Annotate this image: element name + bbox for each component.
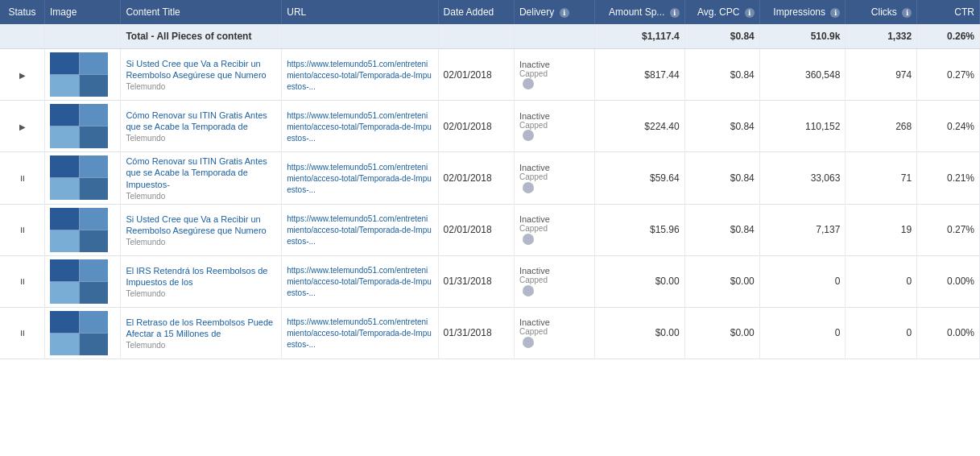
total-status <box>0 24 45 49</box>
total-avg-cpc: $0.84 <box>684 24 759 49</box>
col-ctr[interactable]: CTR <box>917 0 980 24</box>
row-impressions: 110,152 <box>759 101 846 152</box>
row-url[interactable]: https://www.telemundo51.com/entretenimie… <box>282 307 438 359</box>
row-status[interactable]: ▶ <box>0 101 45 152</box>
content-source: Telemundo <box>126 238 276 247</box>
total-clicks: 1,332 <box>846 24 917 49</box>
row-date-added: 02/01/2018 <box>438 101 514 152</box>
pause-icon[interactable]: ⏸ <box>19 226 27 234</box>
col-date-added[interactable]: Date Added <box>438 0 514 24</box>
pause-icon[interactable]: ⏸ <box>19 277 27 286</box>
col-url[interactable]: URL <box>282 0 438 24</box>
content-title-text: Si Usted Cree que Va a Recibir un Reembo… <box>126 213 276 237</box>
table-row: ⏸El Retraso de los Reembolsos Puede Afec… <box>0 307 980 359</box>
row-content-title: El IRS Retendrá los Reembolsos de Impues… <box>121 255 282 307</box>
row-date-added: 01/31/2018 <box>438 307 514 359</box>
row-image <box>45 49 121 101</box>
col-clicks[interactable]: Clicks ℹ <box>846 0 917 24</box>
row-status[interactable]: ▶ <box>0 49 45 101</box>
amount-info-icon[interactable]: ℹ <box>670 8 680 18</box>
row-content-title: Cómo Renovar su ITIN Gratis Antes que se… <box>121 152 282 205</box>
pause-icon[interactable]: ⏸ <box>19 174 27 183</box>
url-link-text[interactable]: https://www.telemundo51.com/entretenimie… <box>287 60 432 91</box>
row-date-added: 02/01/2018 <box>438 152 514 205</box>
col-avg-cpc[interactable]: Avg. CPC ℹ <box>684 0 759 24</box>
col-amount-spent[interactable]: Amount Sp... ℹ <box>594 0 684 24</box>
play-icon[interactable]: ▶ <box>19 122 26 131</box>
url-link-text[interactable]: https://www.telemundo51.com/entretenimie… <box>287 163 432 194</box>
content-source: Telemundo <box>126 134 276 143</box>
cpc-info-icon[interactable]: ℹ <box>745 8 755 18</box>
row-ctr: 0.27% <box>917 49 980 101</box>
url-link-text[interactable]: https://www.telemundo51.com/entretenimie… <box>287 317 432 349</box>
row-amount-spent: $224.40 <box>594 101 684 152</box>
row-clicks: 19 <box>846 204 917 255</box>
delivery-dot-icon[interactable] <box>523 182 534 193</box>
thumbnail <box>50 208 108 252</box>
content-title-text: El IRS Retendrá los Reembolsos de Impues… <box>126 265 276 288</box>
row-impressions: 33,063 <box>759 152 846 205</box>
url-link-text[interactable]: https://www.telemundo51.com/entretenimie… <box>287 111 432 143</box>
row-status[interactable]: ⏸ <box>0 204 45 255</box>
play-icon[interactable]: ▶ <box>19 71 26 80</box>
impressions-info-icon[interactable]: ℹ <box>830 8 840 18</box>
delivery-dot-icon[interactable] <box>523 130 534 141</box>
row-content-title: El Retraso de los Reembolsos Puede Afect… <box>121 307 282 359</box>
row-image <box>45 307 121 359</box>
clicks-info-icon[interactable]: ℹ <box>902 8 912 18</box>
row-status[interactable]: ⏸ <box>0 152 45 205</box>
table-header: Status Image Content Title URL Date Adde… <box>0 0 980 24</box>
row-impressions: 0 <box>759 255 846 307</box>
delivery-sub-text: Capped <box>519 121 589 130</box>
content-title-text: Si Usted Cree que Va a Recibir un Reembo… <box>126 58 276 81</box>
row-url[interactable]: https://www.telemundo51.com/entretenimie… <box>282 49 438 101</box>
row-avg-cpc: $0.00 <box>684 255 759 307</box>
table-row: ▶Cómo Renovar su ITIN Gratis Antes que s… <box>0 101 980 152</box>
table-row: ▶Si Usted Cree que Va a Recibir un Reemb… <box>0 49 980 101</box>
row-clicks: 0 <box>846 255 917 307</box>
delivery-status-text: Inactive <box>519 317 589 327</box>
row-delivery: InactiveCapped <box>514 49 594 101</box>
delivery-dot-icon[interactable] <box>523 78 534 89</box>
row-clicks: 71 <box>846 152 917 205</box>
total-row: Total - All Pieces of content $1,117.4 $… <box>0 24 980 49</box>
thumbnail <box>50 104 108 148</box>
row-url[interactable]: https://www.telemundo51.com/entretenimie… <box>282 255 438 307</box>
url-link-text[interactable]: https://www.telemundo51.com/entretenimie… <box>287 214 432 246</box>
row-url[interactable]: https://www.telemundo51.com/entretenimie… <box>282 101 438 152</box>
delivery-dot-icon[interactable] <box>523 285 534 296</box>
row-image <box>45 204 121 255</box>
delivery-sub-text: Capped <box>519 224 589 233</box>
col-status[interactable]: Status <box>0 0 45 24</box>
row-status[interactable]: ⏸ <box>0 255 45 307</box>
row-avg-cpc: $0.84 <box>684 204 759 255</box>
row-delivery: InactiveCapped <box>514 307 594 359</box>
total-ctr: 0.26% <box>917 24 980 49</box>
pause-icon[interactable]: ⏸ <box>19 329 27 338</box>
row-status[interactable]: ⏸ <box>0 307 45 359</box>
row-url[interactable]: https://www.telemundo51.com/entretenimie… <box>282 152 438 205</box>
delivery-status-text: Inactive <box>519 163 589 172</box>
row-url[interactable]: https://www.telemundo51.com/entretenimie… <box>282 204 438 255</box>
delivery-info-icon[interactable]: ℹ <box>560 8 569 18</box>
col-impressions[interactable]: Impressions ℹ <box>759 0 846 24</box>
row-content-title: Si Usted Cree que Va a Recibir un Reembo… <box>121 204 282 255</box>
row-image <box>45 101 121 152</box>
col-content-title[interactable]: Content Title <box>121 0 282 24</box>
delivery-status-text: Inactive <box>519 60 589 69</box>
row-ctr: 0.24% <box>917 101 980 152</box>
content-title-text: Cómo Renovar su ITIN Gratis Antes que se… <box>126 110 276 133</box>
delivery-dot-icon[interactable] <box>523 337 534 348</box>
content-title-text: El Retraso de los Reembolsos Puede Afect… <box>126 317 276 340</box>
col-image[interactable]: Image <box>45 0 121 24</box>
row-amount-spent: $15.96 <box>594 204 684 255</box>
col-delivery[interactable]: Delivery ℹ <box>514 0 594 24</box>
thumbnail <box>50 311 108 355</box>
url-link-text[interactable]: https://www.telemundo51.com/entretenimie… <box>287 266 432 297</box>
total-delivery <box>514 24 594 49</box>
delivery-dot-icon[interactable] <box>523 234 534 245</box>
content-title-text: Cómo Renovar su ITIN Gratis Antes que se… <box>126 155 276 190</box>
table-row: ⏸Cómo Renovar su ITIN Gratis Antes que s… <box>0 152 980 205</box>
thumbnail <box>50 155 108 200</box>
delivery-status-text: Inactive <box>519 111 589 121</box>
